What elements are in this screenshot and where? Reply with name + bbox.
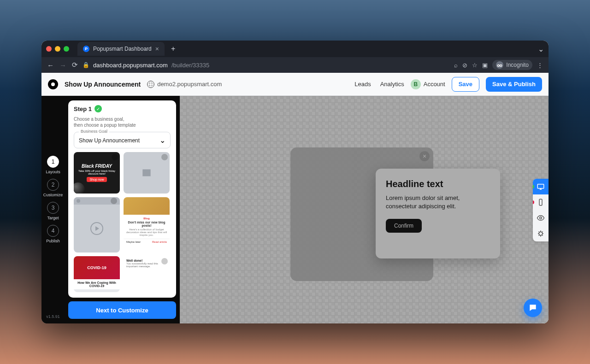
rail-step-label: Layouts (46, 170, 60, 174)
hint-line: then choose a popup template (74, 123, 136, 128)
search-icon[interactable]: ⌕ (454, 62, 458, 69)
rail-step-target[interactable]: 3 Target (47, 202, 59, 220)
tab-title: Popupsmart Dashboard (93, 46, 152, 52)
popup-headline: Headline text (386, 179, 490, 189)
select-label: Business Goal (79, 129, 109, 134)
window-controls (46, 46, 69, 52)
step-complete-icon: ✓ (94, 105, 102, 112)
minimize-window-button[interactable] (55, 46, 60, 52)
reload-button[interactable]: ⟳ (72, 61, 78, 69)
leads-link[interactable]: Leads (352, 81, 371, 88)
template-card-welldone[interactable]: Well done! You successfully read this im… (124, 256, 170, 292)
layout-panel: Step 1 ✓ Choose a business goal, then ch… (68, 100, 176, 298)
save-publish-button[interactable]: Save & Publish (486, 77, 542, 92)
svg-rect-2 (537, 184, 544, 188)
template-card-image[interactable] (124, 152, 170, 194)
template-close-icon (111, 198, 117, 204)
new-tab-button[interactable]: + (168, 45, 178, 53)
blog-later: Maybe later (126, 241, 141, 243)
analytics-link[interactable]: Analytics (378, 81, 404, 88)
main-area: 1 Layouts 2 Customize 3 Target 4 Publish… (41, 96, 549, 323)
no-tracking-icon[interactable]: ⊘ (462, 62, 467, 69)
step-rail: 1 Layouts 2 Customize 3 Target 4 Publish… (41, 96, 65, 323)
site-selector[interactable]: demo2.popupsmart.com (147, 81, 222, 88)
template-card-video[interactable] (74, 197, 120, 252)
close-tab-icon[interactable]: × (155, 45, 159, 53)
mobile-view-button[interactable] (533, 194, 549, 210)
welldone-title: Well done! (126, 259, 167, 262)
rail-step-label: Publish (46, 239, 60, 243)
svg-point-0 (498, 65, 500, 66)
account-link[interactable]: B Account (411, 79, 445, 89)
app-logo[interactable] (48, 79, 58, 89)
status-dot-icon (533, 200, 534, 204)
eye-icon (537, 214, 545, 222)
bug-icon (537, 229, 545, 238)
tab-strip: P Popupsmart Dashboard × + ⌄ (41, 41, 549, 57)
template-card-covid[interactable]: COVID-19 How We Are Coping With COVID-19 (74, 256, 120, 292)
leads-label: Leads (354, 81, 371, 88)
forward-button[interactable]: → (59, 61, 66, 69)
analytics-label: Analytics (380, 81, 404, 88)
rail-step-customize[interactable]: 2 Customize (43, 179, 63, 197)
popup-title: Show Up Announcement (65, 81, 141, 88)
device-toolbar (533, 179, 549, 241)
lock-icon: 🔒 (83, 62, 89, 68)
template-card-blog[interactable]: Blog Don't miss our new blog posts! Here… (124, 197, 170, 252)
template-card-black-friday[interactable]: Black FRIDAY Take 30% off your black fri… (74, 152, 120, 194)
preview-button[interactable] (533, 210, 549, 226)
url-field[interactable]: 🔒 dashboard.popupsmart.com/builder/33335 (83, 62, 449, 69)
save-button[interactable]: Save (452, 77, 479, 92)
site-domain: demo2.popupsmart.com (157, 81, 222, 88)
rail-step-layouts[interactable]: 1 Layouts (46, 156, 60, 174)
next-customize-button[interactable]: Next to Customize (68, 301, 176, 319)
welldone-body: You successfully read this important mes… (126, 262, 167, 268)
popup-preview[interactable]: Headline text Lorem ipsum dolor sit amet… (376, 169, 500, 258)
debug-button[interactable] (533, 226, 549, 241)
left-column: Step 1 ✓ Choose a business goal, then ch… (65, 96, 180, 323)
blog-read: Read article (152, 241, 167, 243)
popup-body: Lorem ipsum dolor sit amet, consectetur … (386, 194, 490, 211)
close-window-button[interactable] (46, 46, 52, 52)
favicon-icon: P (83, 46, 89, 52)
blog-category: Blog (126, 217, 167, 220)
template-close-icon (112, 154, 118, 160)
template-grid: Black FRIDAY Take 30% off your black fri… (74, 152, 171, 292)
covid-banner: COVID-19 (74, 256, 120, 279)
bf-sub: Take 30% off your black friday discount … (77, 170, 117, 175)
business-goal-select[interactable]: Business Goal Show Up Announcement ⌄ (74, 132, 171, 148)
bookmark-icon[interactable]: ☆ (472, 62, 478, 69)
bomb-icon (74, 182, 85, 194)
template-close-icon (161, 154, 168, 160)
panel-hint: Choose a business goal, then choose a po… (74, 116, 171, 128)
app-header: Show Up Announcement demo2.popupsmart.co… (41, 73, 549, 96)
svg-rect-3 (539, 199, 542, 205)
hint-line: Choose a business goal, (74, 117, 124, 122)
chat-icon (528, 303, 537, 312)
canvas-area: × Headline text Lorem ipsum dolor sit am… (180, 96, 549, 323)
menu-icon[interactable]: ⋮ (537, 62, 543, 69)
chat-button[interactable] (524, 299, 542, 317)
incognito-badge: Incognito (492, 60, 532, 70)
rail-step-number: 3 (47, 202, 59, 214)
rail-step-publish[interactable]: 4 Publish (46, 225, 60, 243)
select-value: Show Up Announcement (79, 137, 140, 144)
desktop-view-button[interactable] (533, 179, 549, 194)
image-placeholder-icon (141, 167, 153, 179)
close-icon[interactable]: × (419, 151, 430, 161)
chevron-down-icon: ⌄ (159, 136, 165, 145)
tabs-collapse-icon[interactable]: ⌄ (538, 45, 544, 53)
maximize-window-button[interactable] (64, 46, 69, 52)
status-dot-icon (533, 185, 534, 188)
rail-step-label: Customize (43, 193, 63, 197)
browser-window: P Popupsmart Dashboard × + ⌄ ← → ⟳ 🔒 das… (41, 41, 549, 323)
save-publish-label: Save & Publish (492, 81, 536, 88)
avatar: B (411, 79, 421, 89)
back-button[interactable]: ← (47, 61, 54, 69)
browser-tab[interactable]: P Popupsmart Dashboard × (77, 42, 165, 56)
template-close-icon (161, 258, 168, 264)
mobile-icon (537, 198, 545, 206)
extensions-icon[interactable]: ▣ (482, 62, 488, 69)
confirm-button[interactable]: Confirm (386, 219, 422, 233)
desktop-icon (537, 182, 545, 191)
